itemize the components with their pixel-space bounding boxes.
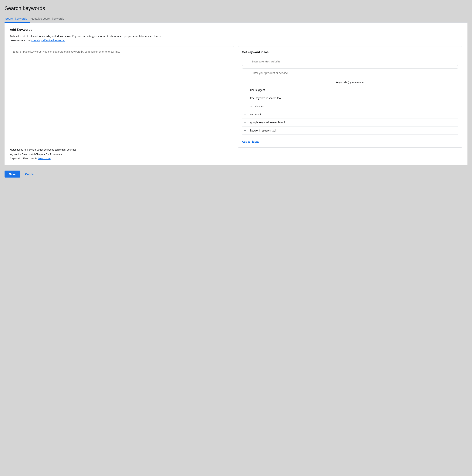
list-item[interactable]: + keyword research tool [242,127,458,135]
learn-more-link[interactable]: Learn more [38,157,50,160]
add-icon: + [243,104,247,108]
website-input[interactable] [242,57,458,66]
add-all-ideas-link[interactable]: Add all ideas [242,139,259,144]
keyword-label: free keyword research tool [250,97,281,100]
tabs-bar: Search keywords Negative search keywords [4,15,468,23]
product-input-wrapper [242,68,458,77]
keyword-label: google keyword research tool [250,121,285,124]
main-card: Add Keywords To build a list of relevant… [4,23,468,165]
choosing-keywords-link[interactable]: choosing effective keywords. [31,39,65,42]
tab-search-keywords[interactable]: Search keywords [4,15,30,23]
match-types-detail: keyword = Broad match "keyword" = Phrase… [10,152,234,161]
product-input[interactable] [242,68,458,77]
save-button[interactable]: Save [4,170,20,178]
add-icon: + [243,96,247,100]
cancel-button[interactable]: Cancel [24,170,36,178]
keywords-textarea[interactable] [10,46,234,144]
match-types-title: Match types help control which searches … [10,148,234,151]
list-item[interactable]: + google keyword research tool [242,119,458,127]
list-item[interactable]: + ubersuggest [242,86,458,94]
add-icon: + [243,112,247,116]
tab-negative-search-keywords[interactable]: Negative search keywords [30,15,67,23]
ideas-title: Get keyword ideas [242,51,458,54]
website-input-wrapper [242,57,458,66]
keyword-label: keyword research tool [250,129,276,132]
content-grid: Match types help control which searches … [10,46,462,161]
match-types-section: Match types help control which searches … [10,148,234,161]
keywords-input-section: Match types help control which searches … [10,46,234,161]
page-title: Search keywords [4,5,468,11]
keyword-label: seo checker [250,105,264,108]
list-item[interactable]: + free keyword research tool [242,94,458,102]
keyword-ideas-panel: Get keyword ideas [238,46,462,148]
card-title: Add Keywords [10,28,462,32]
add-icon: + [243,129,247,133]
card-description: To build a list of relevant keywords, ad… [10,34,165,42]
add-icon: + [243,120,247,124]
keyword-label: ubersuggest [250,88,265,91]
keyword-suggestion-list: + ubersuggest + free keyword research to… [242,86,458,135]
list-item[interactable]: + seo audit [242,110,458,119]
keywords-relevance-title: Keywords (by relevance) [242,81,458,84]
footer-actions: Save Cancel [4,170,468,178]
add-icon: + [243,88,247,92]
keyword-label: seo audit [250,113,261,116]
list-item[interactable]: + seo checker [242,102,458,110]
